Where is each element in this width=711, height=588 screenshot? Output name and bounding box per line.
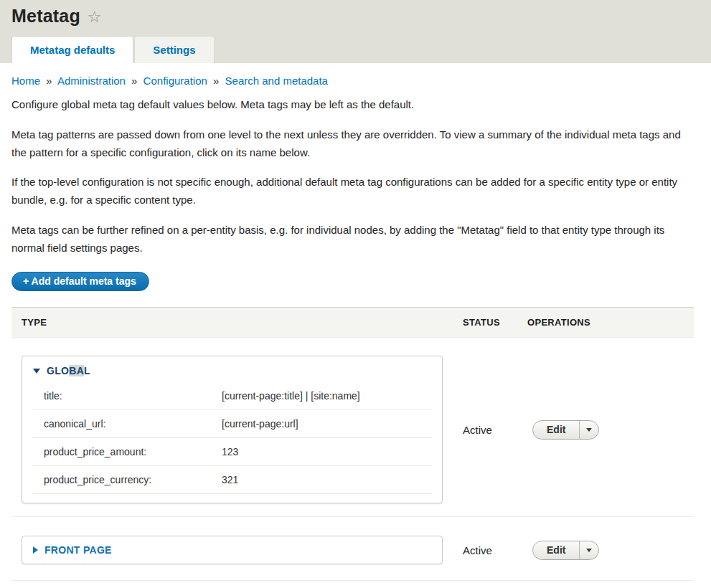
status-cell: Active: [463, 424, 527, 436]
breadcrumb-separator: »: [131, 75, 137, 87]
intro-text: Configure global meta tag default values…: [11, 96, 694, 257]
type-cell: GLOBAL title: [current-page:title] | [si…: [11, 356, 463, 503]
panel-title: GLOBAL: [47, 365, 90, 376]
front-page-panel: FRONT PAGE: [22, 536, 443, 564]
breadcrumb-link-administration[interactable]: Administration: [57, 75, 126, 87]
main-content: Home » Administration » Configuration » …: [0, 63, 711, 588]
breadcrumb-separator: »: [46, 75, 52, 87]
field-label: product_price_amount:: [44, 446, 222, 457]
field-value: 321: [222, 474, 432, 485]
collapse-arrow-icon: [33, 369, 40, 374]
global-panel-toggle[interactable]: GLOBAL: [22, 356, 442, 381]
table-row-front-page: FRONT PAGE Active Edit: [11, 517, 694, 581]
breadcrumb: Home » Administration » Configuration » …: [11, 75, 694, 87]
page-title: Metatag: [11, 6, 80, 27]
type-cell: FRONT PAGE: [11, 536, 463, 564]
status-cell: Active: [463, 544, 527, 556]
intro-paragraph-1: Configure global meta tag default values…: [11, 96, 694, 114]
field-label: canonical_url:: [44, 418, 222, 430]
expand-arrow-icon: [33, 546, 38, 554]
operations-cell: Edit: [527, 420, 694, 440]
column-header-status: STATUS: [463, 317, 527, 328]
breadcrumb-separator: »: [213, 75, 219, 87]
caret-down-icon: [586, 549, 592, 552]
column-header-operations: OPERATIONS: [527, 317, 694, 328]
intro-paragraph-4: Meta tags can be further refined on a pe…: [11, 222, 694, 257]
text-selection-highlight: BA: [69, 365, 84, 376]
edit-button[interactable]: Edit: [533, 421, 579, 439]
field-row-product-price-currency: product_price_currency: 321: [32, 466, 432, 494]
column-header-type: TYPE: [11, 317, 463, 328]
field-label: product_price_currency:: [44, 474, 222, 485]
tab-bar: Metatag defaults Settings: [11, 36, 700, 63]
favorite-star-icon[interactable]: ☆: [88, 9, 102, 25]
field-value: [current-page:url]: [222, 418, 432, 430]
tab-metatag-defaults[interactable]: Metatag defaults: [11, 36, 133, 63]
field-row-title: title: [current-page:title] | [site:name…: [32, 382, 432, 410]
field-value: [current-page:title] | [site:name]: [222, 390, 432, 402]
add-default-meta-tags-button[interactable]: + Add default meta tags: [11, 272, 149, 291]
page-header: Metatag ☆ Metatag defaults Settings: [0, 0, 711, 63]
field-row-product-price-amount: product_price_amount: 123: [32, 438, 432, 466]
field-value: 123: [222, 446, 432, 457]
operations-cell: Edit: [527, 541, 694, 560]
field-label: title:: [44, 390, 222, 402]
global-field-list: title: [current-page:title] | [site:name…: [22, 381, 442, 503]
front-page-panel-toggle[interactable]: FRONT PAGE: [22, 536, 442, 564]
edit-button[interactable]: Edit: [533, 541, 579, 559]
panel-title: FRONT PAGE: [44, 544, 112, 556]
caret-down-icon: [586, 428, 592, 432]
meta-tag-defaults-table: TYPE STATUS OPERATIONS GLOBAL title: [cu…: [11, 307, 694, 588]
breadcrumb-link-home[interactable]: Home: [11, 75, 40, 87]
breadcrumb-link-configuration[interactable]: Configuration: [143, 75, 207, 87]
table-header-row: TYPE STATUS OPERATIONS: [11, 307, 694, 338]
intro-paragraph-2: Meta tag patterns are passed down from o…: [11, 126, 694, 162]
table-row-403-access-denied: 403 ACCESS DENIED Active Edit: [11, 581, 694, 588]
intro-paragraph-3: If the top-level configuration is not sp…: [11, 174, 694, 209]
table-row-global: GLOBAL title: [current-page:title] | [si…: [11, 338, 694, 517]
edit-dropdown-toggle[interactable]: [579, 541, 598, 559]
breadcrumb-link-search-and-metadata[interactable]: Search and metadata: [225, 75, 328, 87]
edit-split-button: Edit: [532, 420, 599, 440]
tab-settings[interactable]: Settings: [134, 36, 214, 63]
global-panel: GLOBAL title: [current-page:title] | [si…: [22, 356, 443, 503]
edit-dropdown-toggle[interactable]: [579, 421, 598, 439]
field-row-canonical-url: canonical_url: [current-page:url]: [32, 410, 432, 438]
edit-split-button: Edit: [532, 541, 599, 560]
